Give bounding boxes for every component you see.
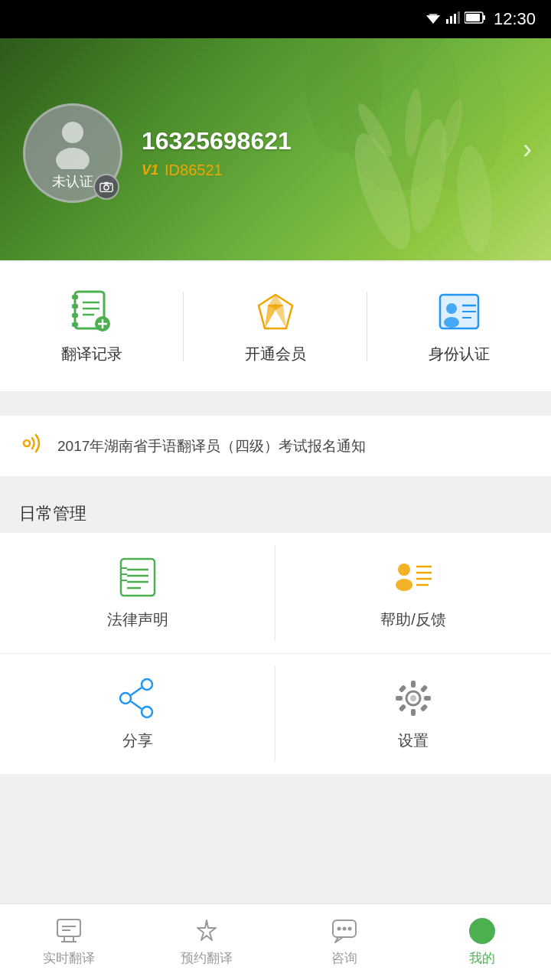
svg-rect-74 xyxy=(399,684,407,693)
svg-point-90 xyxy=(478,923,486,931)
svg-rect-25 xyxy=(72,295,78,299)
quick-action-translate-record-label: 翻译记录 xyxy=(61,344,122,364)
mgmt-label-share: 分享 xyxy=(122,730,153,751)
quick-actions: 翻译记录 开通会员 身份认证 xyxy=(0,262,551,391)
clock: 12:30 xyxy=(494,9,536,29)
notice-bar[interactable]: 2017年湖南省手语翻译员（四级）考试报名通知 xyxy=(0,416,551,476)
translate-record-icon xyxy=(69,289,115,335)
separator-1 xyxy=(0,391,551,403)
profile-id: ID86521 xyxy=(165,162,223,179)
bottom-spacer xyxy=(0,774,551,858)
open-member-icon xyxy=(253,289,298,335)
mgmt-label-legal: 法律声明 xyxy=(107,609,168,630)
nav-item-mine[interactable]: 我的 xyxy=(413,904,551,980)
profile-phone: 16325698621 xyxy=(142,127,292,155)
status-icons xyxy=(425,11,486,27)
status-bar: 12:30 xyxy=(0,0,551,38)
svg-point-63 xyxy=(142,679,152,690)
quick-action-id-verify[interactable]: 身份认证 xyxy=(367,277,551,376)
notice-text: 2017年湖南省手语翻译员（四级）考试报名通知 xyxy=(57,436,366,456)
profile-banner: 未认证 16325698621 V1 ID86521 › xyxy=(0,38,551,260)
signal-icon xyxy=(446,11,460,27)
svg-point-64 xyxy=(120,693,131,704)
svg-point-48 xyxy=(24,440,30,446)
svg-point-43 xyxy=(446,303,457,314)
camera-badge[interactable] xyxy=(93,174,119,200)
svg-point-18 xyxy=(62,122,83,143)
help-icon xyxy=(392,556,435,599)
notice-icon xyxy=(19,433,45,459)
svg-line-66 xyxy=(131,688,142,695)
svg-point-23 xyxy=(110,185,112,186)
svg-rect-73 xyxy=(424,696,431,701)
mgmt-label-settings: 设置 xyxy=(398,730,429,751)
section-header-daily: 日常管理 xyxy=(0,488,551,533)
svg-point-87 xyxy=(343,927,347,931)
svg-rect-4 xyxy=(454,14,456,24)
svg-rect-77 xyxy=(420,704,429,712)
svg-rect-2 xyxy=(446,19,448,24)
quick-action-open-member-label: 开通会员 xyxy=(245,344,306,364)
svg-rect-22 xyxy=(104,182,108,185)
legal-icon xyxy=(116,556,159,599)
svg-rect-7 xyxy=(483,15,485,20)
mgmt-item-help[interactable]: 帮助/反馈 xyxy=(276,533,551,653)
mgmt-label-help: 帮助/反馈 xyxy=(380,609,446,630)
id-verify-icon xyxy=(436,289,482,335)
svg-rect-71 xyxy=(411,709,416,716)
wifi-icon xyxy=(425,11,442,27)
quick-action-translate-record[interactable]: 翻译记录 xyxy=(0,277,184,376)
svg-point-44 xyxy=(444,317,459,328)
svg-point-69 xyxy=(410,695,416,701)
quick-action-id-verify-label: 身份认证 xyxy=(429,344,490,364)
mgmt-item-legal[interactable]: 法律声明 xyxy=(0,533,276,653)
svg-point-19 xyxy=(56,148,90,169)
nav-consult-icon xyxy=(331,917,358,945)
svg-rect-78 xyxy=(57,920,80,936)
nav-label-appoint: 预约翻译 xyxy=(181,949,233,967)
svg-rect-5 xyxy=(458,11,460,24)
nav-appoint-icon xyxy=(193,917,220,945)
svg-point-86 xyxy=(337,927,341,931)
mgmt-item-settings[interactable]: 设置 xyxy=(276,654,551,774)
nav-item-appoint[interactable]: 预约翻译 xyxy=(138,904,276,980)
battery-icon xyxy=(465,11,486,27)
nav-realtime-icon xyxy=(55,917,83,945)
svg-point-58 xyxy=(396,579,412,591)
quick-action-open-member[interactable]: 开通会员 xyxy=(184,277,367,376)
camera-icon xyxy=(99,180,113,194)
svg-rect-49 xyxy=(121,559,155,596)
nav-label-consult: 咨询 xyxy=(331,949,357,967)
bottom-nav: 实时翻译 预约翻译 咨询 我的 xyxy=(0,903,551,980)
svg-rect-3 xyxy=(450,16,452,24)
mgmt-item-share[interactable]: 分享 xyxy=(0,654,276,774)
separator-2 xyxy=(0,476,551,488)
svg-point-21 xyxy=(104,185,109,190)
profile-id-row: V1 ID86521 xyxy=(142,162,292,179)
nav-label-mine: 我的 xyxy=(469,949,495,967)
avatar-container[interactable]: 未认证 xyxy=(23,103,122,203)
profile-info: 16325698621 V1 ID86521 xyxy=(142,127,292,179)
svg-point-88 xyxy=(348,927,352,931)
vip-badge: V1 xyxy=(142,162,158,178)
profile-chevron[interactable]: › xyxy=(523,133,532,165)
avatar-label: 未认证 xyxy=(52,172,93,191)
mgmt-row-2: 分享 设置 xyxy=(0,654,551,774)
svg-rect-70 xyxy=(411,681,416,688)
settings-icon xyxy=(392,677,435,720)
nav-label-realtime: 实时翻译 xyxy=(43,949,95,967)
management-grid: 法律声明 帮助/反馈 xyxy=(0,533,551,774)
mgmt-row-1: 法律声明 帮助/反馈 xyxy=(0,533,551,654)
svg-rect-8 xyxy=(466,14,480,21)
share-icon xyxy=(116,677,159,720)
svg-line-67 xyxy=(131,701,142,709)
svg-point-57 xyxy=(398,564,410,576)
nav-item-consult[interactable]: 咨询 xyxy=(276,904,413,980)
svg-rect-26 xyxy=(72,304,78,309)
svg-marker-36 xyxy=(268,295,283,305)
avatar-silhouette xyxy=(46,116,99,169)
nav-item-realtime[interactable]: 实时翻译 xyxy=(0,904,138,980)
svg-rect-72 xyxy=(396,696,403,701)
svg-rect-28 xyxy=(72,322,78,327)
svg-point-91 xyxy=(475,933,489,942)
